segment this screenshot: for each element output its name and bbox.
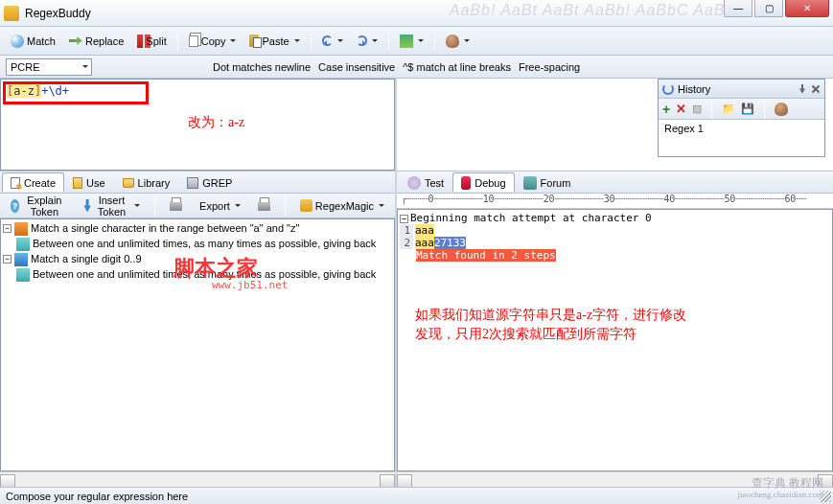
separator — [311, 32, 312, 51]
copy-icon — [189, 35, 198, 47]
undo-button[interactable] — [315, 31, 350, 52]
opt-dot-matches[interactable]: Dot matches newline — [213, 61, 311, 73]
scrollbar-horizontal[interactable] — [0, 471, 395, 487]
save-icon[interactable]: 💾 — [741, 103, 754, 115]
scrollbar-horizontal[interactable] — [397, 471, 833, 487]
separator — [154, 196, 155, 216]
history-item[interactable]: Regex 1 — [662, 122, 821, 135]
paste-icon — [249, 34, 259, 47]
print-icon — [258, 201, 270, 211]
tree-node[interactable]: Between one and unlimited times, as many… — [3, 267, 392, 283]
folder-icon[interactable]: 📁 — [722, 103, 735, 115]
separator — [764, 100, 765, 119]
regex-input[interactable]: [a-z]+\d+ 改为：a-z — [0, 79, 395, 171]
collapse-icon[interactable]: − — [3, 224, 12, 233]
clear-icon[interactable]: ▧ — [692, 103, 702, 115]
export-button[interactable]: Export — [193, 195, 247, 217]
history-header: History — [659, 80, 824, 99]
chevron-down-icon — [418, 39, 424, 45]
resize-grip[interactable] — [820, 491, 831, 502]
print-icon — [170, 201, 182, 211]
flavor-combo[interactable]: PCRE — [6, 58, 92, 76]
separator — [285, 196, 286, 216]
split-button[interactable]: Split — [130, 31, 173, 52]
options-bar: PCRE Dot matches newline Case insensitiv… — [0, 56, 833, 79]
options-button[interactable] — [393, 31, 430, 52]
explanation-tree[interactable]: − Match a single character in the range … — [0, 218, 395, 471]
help-button[interactable] — [439, 31, 476, 52]
tree-node[interactable]: − Match a single character in the range … — [3, 221, 392, 237]
separator — [711, 100, 712, 119]
add-icon[interactable]: + — [662, 102, 670, 117]
line-number: 1 — [400, 224, 413, 237]
pin-icon[interactable] — [798, 84, 807, 94]
maximize-button[interactable]: ▢ — [754, 0, 783, 17]
library-icon — [123, 178, 134, 188]
tab-use[interactable]: Use — [64, 172, 114, 192]
match-result: Match found in 2 steps — [416, 249, 556, 262]
print2-button[interactable] — [251, 195, 277, 217]
opt-line-breaks[interactable]: ^$ match at line breaks — [403, 61, 511, 73]
history-panel: History + ✕ ▧ 📁 💾 Regex 1 — [658, 79, 825, 157]
grid-icon — [400, 34, 413, 48]
debug-icon — [461, 176, 471, 190]
search-icon — [11, 34, 24, 48]
tab-debug[interactable]: Debug — [452, 172, 514, 192]
close-icon[interactable] — [811, 84, 821, 94]
tab-create[interactable]: Create — [2, 172, 64, 192]
chevron-down-icon — [337, 39, 343, 45]
split-icon — [137, 34, 143, 48]
main-toolbar: Match Replace Split Copy Paste — [0, 27, 833, 56]
separator — [177, 32, 178, 51]
ruler: ┌┄┄┄┄0┄┄┄┄┄┄┄┄┄10┄┄┄┄┄┄┄┄┄20┄┄┄┄┄┄┄┄┄30┄… — [397, 194, 833, 209]
mascot-icon — [446, 34, 459, 48]
replace-button[interactable]: Replace — [62, 31, 130, 52]
quantifier-icon — [16, 238, 30, 251]
replace-icon — [69, 34, 82, 48]
regexmagic-button[interactable]: RegexMagic — [293, 195, 391, 217]
opt-free-spacing[interactable]: Free-spacing — [519, 61, 580, 73]
collapse-icon[interactable]: − — [400, 215, 408, 223]
collapse-icon[interactable]: − — [3, 255, 12, 263]
explain-token-button[interactable]: ?Explain Token — [4, 195, 73, 217]
chevron-down-icon — [379, 204, 384, 210]
tree-node[interactable]: − Match a single digit 0..9 — [3, 252, 392, 267]
status-text: Compose your regular expression here — [6, 491, 188, 502]
undo-icon — [322, 35, 333, 46]
redo-button[interactable] — [350, 31, 384, 52]
insert-icon — [83, 199, 90, 213]
insert-token-button[interactable]: Insert Token — [77, 195, 147, 217]
delete-icon[interactable]: ✕ — [676, 102, 686, 116]
test-icon — [407, 176, 421, 190]
separator — [434, 32, 435, 51]
app-icon — [4, 6, 19, 21]
history-list[interactable]: Regex 1 — [659, 120, 824, 137]
mascot-icon[interactable] — [775, 103, 788, 116]
history-toolbar: + ✕ ▧ 📁 💾 — [659, 99, 824, 120]
chevron-down-icon — [230, 39, 236, 45]
chevron-down-icon — [294, 39, 300, 45]
history-title: History — [678, 83, 710, 95]
history-icon — [662, 83, 674, 95]
annotation-right: 如果我们知道源字符串只是a-z字符，进行修改 发现，只用2次搜索就匹配到所需字符 — [415, 306, 686, 343]
match-button[interactable]: Match — [4, 31, 62, 52]
debug-output[interactable]: −Beginning match attempt at character 0 … — [397, 209, 833, 471]
annotation-left: 改为：a-z — [188, 114, 244, 131]
statusbar: Compose your regular expression here — [0, 487, 833, 504]
tab-library[interactable]: Library — [114, 172, 179, 192]
minimize-button[interactable]: — — [724, 0, 752, 17]
tab-test[interactable]: Test — [399, 172, 452, 192]
copy-button[interactable]: Copy — [182, 31, 243, 52]
tree-node[interactable]: Between one and unlimited times, as many… — [3, 237, 392, 252]
opt-case-insensitive[interactable]: Case insensitive — [318, 61, 395, 73]
tab-forum[interactable]: Forum — [515, 172, 580, 192]
close-button[interactable]: ✕ — [785, 0, 829, 17]
separator — [388, 32, 389, 51]
create-icon — [11, 177, 20, 189]
chevron-down-icon — [235, 204, 241, 210]
left-tabs: Create Use Library GREP — [0, 171, 395, 194]
print-button[interactable] — [163, 195, 189, 217]
paste-button[interactable]: Paste — [243, 31, 306, 52]
chevron-down-icon — [134, 204, 140, 210]
tab-grep[interactable]: GREP — [178, 172, 241, 192]
